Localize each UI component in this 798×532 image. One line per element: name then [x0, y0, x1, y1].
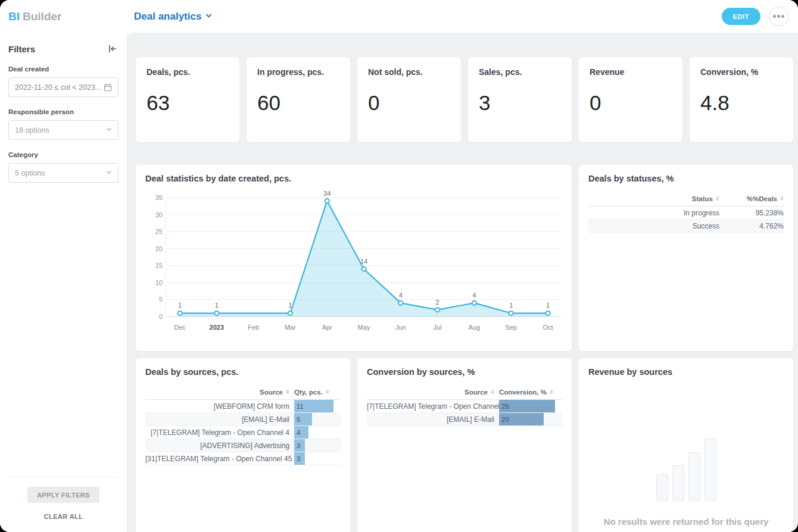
svg-text:Feb: Feb [248, 324, 259, 331]
svg-text:25: 25 [155, 228, 163, 235]
row-label: Success [588, 222, 724, 230]
svg-text:2: 2 [436, 299, 439, 306]
dashboard-title: Deal analytics [134, 11, 201, 23]
data-point [214, 311, 219, 315]
filter-label-responsible-person: Responsible person [8, 108, 119, 115]
edit-button[interactable]: EDIT [722, 8, 760, 25]
sort-icon [286, 390, 289, 395]
deal-created-value: 2022-11-20 ≤ col < 2023... [15, 83, 101, 92]
statuses-table: Status%%DealsIn progress95.238%Success4.… [588, 191, 784, 233]
kpi-value: 0 [590, 91, 672, 115]
row-bar: 25 [499, 400, 562, 412]
table-row: [7|TELEGRAM] Telegram - Open Channel 425 [367, 400, 562, 413]
row-label: [EMAIL] E-Mail [145, 415, 294, 424]
more-options-button[interactable] [769, 7, 788, 26]
sort-icon [550, 390, 553, 395]
apply-filters-button[interactable]: APPLY FILTERS [27, 487, 99, 503]
column-header[interactable]: Status [588, 195, 724, 202]
chart-title: Deals by statuses, % [588, 174, 784, 183]
chart-title: Revenue by sources [588, 367, 784, 377]
svg-text:May: May [358, 324, 370, 331]
row-bar: 3 [294, 452, 341, 465]
filter-label-category: Category [8, 151, 119, 158]
deal-created-date-input[interactable]: 2022-11-20 ≤ col < 2023... [8, 77, 119, 97]
svg-text:Aug: Aug [469, 324, 481, 331]
chart-title: Deals by sources, pcs. [145, 367, 341, 377]
table-row: Success4.762% [588, 220, 784, 233]
empty-state-message: No results were returned for this query [604, 517, 769, 527]
ellipsis-icon [773, 15, 776, 18]
kpi-card-conversion: Conversion, % 4.8 [690, 57, 793, 142]
category-select[interactable]: 5 options [8, 163, 119, 183]
row-label: [31|TELEGRAM] Telegram - Open Channel 45 [145, 455, 294, 463]
kpi-label: Conversion, % [700, 67, 783, 77]
deals-by-sources-card: Deals by sources, pcs. SourceQty, pcs.[W… [136, 358, 350, 532]
kpi-label: Revenue [590, 67, 672, 77]
sources-table: SourceQty, pcs.[WEBFORM] CRM form11[EMAI… [145, 384, 341, 465]
column-header[interactable]: Source [367, 389, 499, 396]
filter-label-deal-created: Deal created [8, 65, 119, 73]
column-header[interactable]: Conversion, % [499, 389, 562, 396]
empty-bars-icon [656, 439, 716, 501]
row-bar: 11 [294, 400, 341, 412]
data-point [472, 301, 476, 305]
responsible-person-select[interactable]: 18 options [8, 120, 119, 140]
kpi-label: Deals, pcs. [146, 67, 229, 77]
svg-text:Dec: Dec [174, 324, 186, 331]
row-value: 4.762% [724, 222, 784, 230]
column-header[interactable]: Qty, pcs. [294, 389, 341, 396]
svg-text:14: 14 [360, 258, 367, 265]
row-label: [7|TELEGRAM] Telegram - Open Channel 4 [145, 428, 294, 437]
row-value: 95.238% [724, 209, 784, 217]
row-label: [7|TELEGRAM] Telegram - Open Channel 4 [367, 402, 499, 411]
table-row: [EMAIL] E-Mail20 [367, 413, 562, 426]
conversion-table: SourceConversion, %[7|TELEGRAM] Telegram… [367, 384, 562, 426]
svg-text:30: 30 [155, 211, 163, 218]
app-window: BI Builder Deal analytics EDIT Filters [0, 0, 798, 532]
table-row: [31|TELEGRAM] Telegram - Open Channel 45… [145, 452, 341, 465]
kpi-value: 3 [479, 91, 561, 115]
deal-statistics-chart-card: Deal statistics by date created, pcs. 05… [136, 165, 572, 351]
svg-text:0: 0 [159, 313, 163, 320]
row-bar: 3 [294, 439, 341, 452]
clear-all-button[interactable]: CLEAR ALL [44, 513, 83, 520]
column-header[interactable]: Source [145, 389, 294, 396]
svg-text:Mar: Mar [285, 324, 296, 331]
table-row: [EMAIL] E-Mail5 [145, 413, 341, 426]
collapse-sidebar-icon[interactable] [107, 43, 119, 54]
line-chart-svg: 05101520253035111341442411Dec2023FebMarA… [145, 188, 562, 340]
chart-title: Deal statistics by date created, pcs. [145, 174, 562, 183]
table-row: In progress95.238% [588, 206, 784, 220]
dashboard-title-dropdown[interactable]: Deal analytics [134, 11, 211, 23]
row-label: [EMAIL] E-Mail [367, 415, 499, 424]
data-point [509, 311, 513, 315]
dashboard-main: Deals, pcs. 63 In progress, pcs. 60 Not … [127, 33, 798, 532]
row-bar: 20 [499, 413, 562, 425]
deals-by-statuses-card: Deals by statuses, % Status%%DealsIn pro… [579, 165, 793, 351]
calendar-icon [104, 83, 112, 92]
column-header[interactable]: %%Deals [724, 195, 784, 202]
svg-text:15: 15 [155, 262, 163, 269]
revenue-by-sources-card: Revenue by sources No results were retur… [579, 358, 793, 532]
svg-text:1: 1 [288, 302, 292, 309]
svg-text:5: 5 [159, 296, 163, 303]
top-bar: BI Builder Deal analytics EDIT [0, 0, 798, 33]
line-chart: 05101520253035111341442411Dec2023FebMarA… [145, 183, 562, 343]
kpi-card-not-sold: Not sold, pcs. 0 [357, 57, 461, 142]
svg-text:34: 34 [323, 190, 331, 197]
sort-icon [780, 196, 784, 201]
svg-text:Oct: Oct [543, 324, 553, 331]
row-label: [WEBFORM] CRM form [145, 402, 294, 411]
sort-icon [716, 196, 719, 201]
chevron-down-icon [107, 126, 111, 130]
table-row: [ADVERTISING] Advertising3 [145, 439, 341, 452]
conversion-by-sources-card: Conversion by sources, % SourceConversio… [357, 358, 572, 532]
chevron-down-icon [107, 168, 111, 173]
sort-icon [326, 390, 329, 395]
kpi-card-revenue: Revenue 0 [579, 57, 682, 142]
svg-text:20: 20 [155, 245, 163, 252]
svg-text:4: 4 [472, 292, 476, 299]
svg-text:Sep: Sep [505, 324, 517, 331]
row-bar: 4 [294, 426, 341, 439]
filters-sidebar: Filters Deal created 2022-11-20 ≤ col < … [0, 33, 127, 532]
